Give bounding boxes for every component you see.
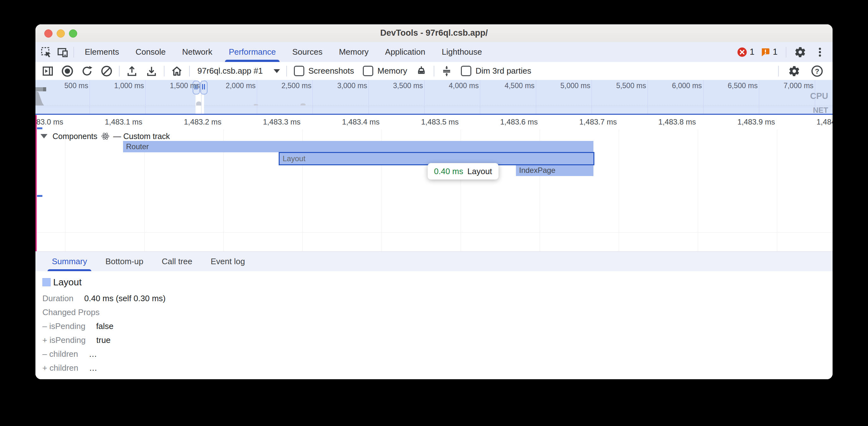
ruler-tick-label: 1,483.6 ms [459,118,538,126]
dim-3rd-parties-checkbox[interactable]: Dim 3rd parties [461,66,531,76]
gear-icon [794,46,806,58]
memory-checkbox[interactable]: Memory [363,66,407,76]
tab-call-tree[interactable]: Call tree [155,252,199,271]
overview-gridline [703,80,704,114]
tab-performance[interactable]: Performance [222,42,282,62]
overview-tick-label: 1,500 ms [146,81,200,90]
flamechart-tooltip: 0.40 ms Layout [428,163,499,179]
summary-row: Changed Props [42,306,100,318]
memory-label: Memory [377,66,407,76]
flamechart-time-ruler: 1,483.0 ms1,483.1 ms1,483.2 ms1,483.3 ms… [35,115,833,130]
clear-recording-button[interactable] [98,63,115,79]
devtools-tabbar: ElementsConsoleNetworkPerformanceSources… [35,42,833,62]
flame-gridline [619,130,619,251]
toggle-sidebar-button[interactable] [39,63,56,79]
timeline-overview[interactable]: CPU NET 500 ms1,000 ms1,500 ms2,000 ms2,… [35,80,833,114]
toolbar-separator [286,66,287,76]
summary-row: Duration0.40 ms (self 0.30 ms) [42,293,165,304]
summary-row-value: false [96,321,114,331]
overview-tick-label: 6,500 ms [704,81,757,90]
track-header[interactable]: Components — Custom track [40,131,170,141]
checkbox-icon [294,66,304,76]
overview-tick-label: 3,000 ms [313,81,367,90]
upload-icon [126,65,138,77]
tab-event-log[interactable]: Event log [204,252,252,271]
ignore-listing-button[interactable] [438,63,455,79]
load-profile-button[interactable] [124,63,140,79]
more-options-button[interactable] [812,44,828,60]
summary-row-label: Changed Props [42,307,100,317]
toolbar-separator [119,66,120,76]
cpu-activity-bump [254,104,258,105]
overview-gridline [480,80,480,114]
summary-panel: Layout Duration0.40 ms (self 0.30 ms)Cha… [35,271,833,379]
flame-bar-router[interactable]: Router [123,141,594,152]
flame-bar-layout[interactable]: Layout [280,153,594,164]
tab-sources[interactable]: Sources [286,42,329,62]
tab-memory[interactable]: Memory [333,42,375,62]
toolbar-separator [434,66,434,76]
window-title: DevTools - 97r6ql.csb.app/ [35,28,833,38]
record-and-reload-button[interactable] [79,63,95,79]
record-icon [61,65,74,77]
flame-bar-indexpage[interactable]: IndexPage [516,165,593,176]
tab-network[interactable]: Network [176,42,219,62]
screenshots-checkbox[interactable]: Screenshots [294,66,354,76]
ruler-tick-label: 1,483.1 ms [63,118,142,126]
record-button[interactable] [59,63,75,79]
overview-tick-label: 1,000 ms [90,81,144,90]
flame-gridline [65,130,65,251]
target-select-value: 97r6ql.csb.app #1 [197,66,263,76]
error-count: 1 [750,47,754,57]
overview-gridline [201,80,202,114]
cpu-baseline [35,105,833,105]
overview-tick-label: 4,500 ms [481,81,535,90]
download-icon [146,65,158,77]
inspect-element-button[interactable] [38,44,54,60]
tab-bottom-up[interactable]: Bottom-up [98,252,150,271]
collect-garbage-button[interactable] [413,63,430,79]
tab-console[interactable]: Console [129,42,172,62]
entry-color-swatch [42,278,51,286]
summary-row-value: … [89,363,97,373]
devtools-settings-button[interactable] [792,44,809,60]
summary-row-label: + children [42,363,78,373]
flamechart-area[interactable]: Components — Custom track RouterLayoutIn… [35,130,833,251]
overview-gridline [90,80,90,114]
device-toolbar-button[interactable] [54,44,71,60]
overview-tick-label: 3,500 ms [369,81,423,90]
svg-text:?: ? [815,67,819,75]
issues-count: 1 [773,47,778,57]
issues-badge-icon [760,47,770,57]
inspect-cursor-icon [40,46,52,58]
chevron-down-icon [274,69,280,73]
desktop: { "window": { "title": "DevTools - 97r6q… [0,0,868,426]
summary-row: + isPendingtrue [42,334,111,346]
tab-elements[interactable]: Elements [79,42,125,62]
live-metrics-button[interactable] [168,63,185,79]
expander-triangle-icon[interactable] [40,134,48,138]
error-badge-icon [737,47,747,57]
console-errors-button[interactable]: 1 [737,44,757,60]
issues-button[interactable]: 1 [760,44,780,60]
overview-gridline [145,80,146,114]
toolbar-separator [778,66,779,76]
dim-3rd-parties-label: Dim 3rd parties [475,66,531,76]
summary-row-value: true [96,335,111,345]
react-atom-icon [101,132,110,140]
save-profile-button[interactable] [143,63,160,79]
tab-lighthouse[interactable]: Lighthouse [436,42,488,62]
overview-gridline [424,80,425,114]
tab-summary[interactable]: Summary [45,252,94,271]
overview-tick-label: 500 ms [35,81,88,90]
summary-row-label: Duration [42,294,73,303]
toolbar-separator [189,66,190,76]
target-select[interactable]: 97r6ql.csb.app #1 [192,66,284,76]
toolbar-separator [164,66,164,76]
ruler-tick-label: 1,483.9 ms [696,118,775,126]
tab-application[interactable]: Application [379,42,431,62]
capture-settings-button[interactable] [786,63,803,79]
collapse-arrows-icon [441,65,453,77]
cpu-activity-bump [301,103,306,105]
help-button[interactable]: ? [809,63,825,79]
